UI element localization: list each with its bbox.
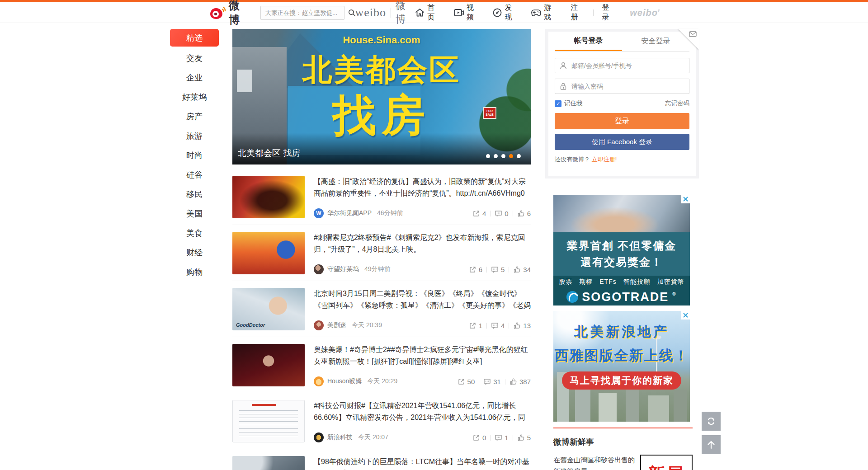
nav-discover[interactable]: 发现 — [493, 3, 519, 22]
feed-post-1[interactable]: 【高盛：旧“政治”经济的复仇】高盛认为，旧政策的新“复仇”对大宗商品前景的重要性… — [232, 164, 531, 225]
wordmark-en: weibo — [355, 6, 387, 19]
tab-account-login[interactable]: 帐号登录 — [555, 32, 622, 51]
fresh-item-thumbnail[interactable]: 新屋 — [640, 455, 693, 470]
sogotrade-ad[interactable]: 業界首創 不但零傭金 還有交易獎金！ 股票 期權 ETFs 智能投顧 加密貨幣 … — [553, 195, 690, 306]
like-stat[interactable]: 34 — [513, 266, 531, 273]
sidebar-item-fashion[interactable]: 时尚 — [170, 146, 219, 165]
post-author[interactable]: 华尔街见闻APP — [327, 209, 372, 217]
avatar[interactable] — [314, 264, 324, 274]
sidebar-item-usa[interactable]: 美国 — [170, 204, 219, 223]
forgot-password-link[interactable]: 忘记密码 — [665, 99, 689, 108]
fresh-item-text[interactable]: 在舊金山灣區和矽谷出售的新建築房屋 — [553, 455, 635, 470]
post-author[interactable]: 美剧迷 — [327, 321, 346, 329]
feed-post-5[interactable]: #科技公司财报#【立讯精密2021年营收1541.06亿元，同比增长66.60%… — [232, 393, 531, 449]
refresh-button[interactable] — [702, 412, 721, 431]
carousel-dot[interactable] — [501, 154, 505, 158]
share-stat[interactable]: 1 — [469, 322, 482, 329]
like-stat[interactable]: 387 — [509, 378, 531, 385]
carousel-dot[interactable] — [486, 154, 490, 158]
login-link[interactable]: 登录 — [602, 3, 616, 22]
mail-corner-icon[interactable] — [689, 31, 697, 37]
comment-stat[interactable]: 1 — [495, 434, 508, 442]
avatar[interactable] — [314, 432, 324, 442]
carousel-dot[interactable] — [509, 154, 513, 158]
feed-post-2[interactable]: #刺猬索尼克2终极预告#《刺猬索尼克2》也发布新海报，索尼克回归，“升级了”，4… — [232, 225, 531, 281]
avatar[interactable] — [314, 376, 324, 386]
post-title[interactable]: 【高盛：旧“政治”经济的复仇】高盛认为，旧政策的新“复仇”对大宗商品前景的重要性… — [314, 176, 531, 199]
avatar[interactable] — [314, 320, 324, 330]
post-title[interactable]: 奥妹美爆！#奇异博士2##奇异博士2:疯狂多元宇宙#曝光黑化的猩红女巫新剧照一枚… — [314, 344, 531, 367]
post-title[interactable]: #刺猬索尼克2终极预告#《刺猬索尼克2》也发布新海报，索尼克回归，“升级了”，4… — [314, 232, 531, 255]
sidebar-item-food[interactable]: 美食 — [170, 223, 219, 243]
post-thumbnail-document[interactable] — [232, 400, 305, 442]
password-input[interactable] — [555, 79, 689, 94]
post-thumbnail-climber[interactable] — [232, 456, 305, 470]
share-stat[interactable]: 0 — [472, 434, 486, 442]
post-thumbnail-ironman[interactable] — [232, 176, 305, 218]
remember-me-checkbox[interactable]: ✓ — [555, 100, 561, 107]
sidebar-item-hollywood[interactable]: 好莱坞 — [170, 87, 219, 107]
feed-post-3[interactable]: GoodDoctor 北京时间3月15日周二美剧导视：《良医》《终局》《镀金时代… — [232, 281, 531, 337]
comment-stat[interactable]: 4 — [491, 322, 505, 329]
feed-post-4[interactable]: 奥妹美爆！#奇异博士2##奇异博士2:疯狂多元宇宙#曝光黑化的猩红女巫新剧照一枚… — [232, 337, 531, 393]
nav-video[interactable]: 视频 — [454, 3, 481, 22]
search-input[interactable] — [261, 9, 348, 16]
like-stat[interactable]: 5 — [517, 434, 531, 442]
register-now-link[interactable]: 立即注册! — [592, 156, 617, 163]
sidebar-item-friends[interactable]: 交友 — [170, 48, 219, 68]
feed-post-6[interactable]: 【98年俄债违约下的巨星陨落：LTCM往事】当年名噪一时的对冲基金LTCM跌 — [232, 449, 531, 470]
nav-video-label: 视频 — [467, 3, 481, 22]
post-title[interactable]: 北京时间3月15日周二美剧导视：《良医》《终局》《镀金时代》《雪国列车》《紧急呼… — [314, 288, 531, 311]
register-link[interactable]: 注册 — [571, 3, 585, 22]
share-stat[interactable]: 4 — [472, 210, 486, 217]
post-author[interactable]: 守望好莱坞 — [327, 265, 359, 273]
post-author[interactable]: 新浪科技 — [327, 433, 353, 442]
back-to-top-button[interactable] — [702, 435, 721, 454]
news-feed: 【高盛：旧“政治”经济的复仇】高盛认为，旧政策的新“复仇”对大宗商品前景的重要性… — [232, 164, 531, 470]
nav-home[interactable]: 首页 — [415, 3, 442, 22]
weibo-logo[interactable]: 微博 — [210, 0, 251, 27]
share-stat[interactable]: 50 — [458, 378, 475, 385]
nav-games-label: 游戏 — [544, 3, 558, 22]
ad-cta-pill[interactable]: 马上寻找属于你的新家 — [562, 371, 681, 390]
carousel-dot[interactable] — [494, 154, 498, 158]
sidebar-item-shopping[interactable]: 购物 — [170, 262, 219, 282]
comment-stat[interactable]: 5 — [491, 266, 505, 273]
widget-title: 微博新鲜事 — [553, 437, 693, 447]
like-stat[interactable]: 6 — [517, 210, 531, 217]
close-icon — [683, 313, 688, 318]
wordmark-cn: 微博 — [396, 0, 415, 26]
carousel-dot[interactable] — [517, 154, 521, 158]
hero-carousel[interactable]: House.Sina.com 北美都会区 找房 FOR SALE 北美都会区 找… — [232, 29, 531, 164]
sidebar-item-business[interactable]: 企业 — [170, 68, 219, 87]
post-thumbnail-gooddoctor[interactable]: GoodDoctor — [232, 288, 305, 330]
post-thumbnail-scarletwitch[interactable] — [232, 344, 305, 386]
search-icon[interactable] — [348, 9, 356, 17]
post-title[interactable]: #科技公司财报#【立讯精密2021年营收1541.06亿元，同比增长66.60%… — [314, 400, 531, 423]
post-thumbnail-sonic[interactable] — [232, 232, 305, 274]
sidebar-item-siliconvalley[interactable]: 硅谷 — [170, 165, 219, 184]
like-stat[interactable]: 13 — [513, 322, 531, 329]
sidebar-item-finance[interactable]: 财经 — [170, 243, 219, 262]
nav-games[interactable]: 游戏 — [531, 3, 558, 22]
login-button[interactable]: 登录 — [555, 113, 689, 129]
back-to-top-icon — [706, 440, 716, 450]
facebook-login-button[interactable]: 使用 Facebook 登录 — [555, 134, 689, 150]
ad-close-button[interactable] — [681, 311, 690, 320]
username-input[interactable] — [555, 58, 689, 73]
sidebar-item-featured[interactable]: 精选 — [170, 29, 219, 47]
share-stat[interactable]: 6 — [469, 266, 482, 273]
ad-close-button[interactable] — [681, 195, 690, 203]
user-icon — [559, 61, 567, 70]
no-account-text: 还没有微博？ — [555, 156, 590, 163]
comment-stat[interactable]: 31 — [483, 378, 501, 385]
post-author[interactable]: Houson猴姆 — [327, 377, 362, 385]
avatar[interactable]: W — [314, 208, 324, 218]
post-title[interactable]: 【98年俄债违约下的巨星陨落：LTCM往事】当年名噪一时的对冲基金LTCM跌 — [314, 456, 531, 470]
sidebar-item-realestate[interactable]: 房产 — [170, 107, 219, 126]
sina-realestate-ad[interactable]: 北美新浪地产 西雅图版全新上线！ 马上寻找属于你的新家 — [553, 311, 690, 422]
sidebar-item-travel[interactable]: 旅游 — [170, 126, 219, 146]
comment-stat[interactable]: 0 — [495, 210, 508, 217]
fresh-news-item[interactable]: 在舊金山灣區和矽谷出售的新建築房屋 新屋 — [553, 455, 693, 470]
sidebar-item-immigration[interactable]: 移民 — [170, 184, 219, 204]
